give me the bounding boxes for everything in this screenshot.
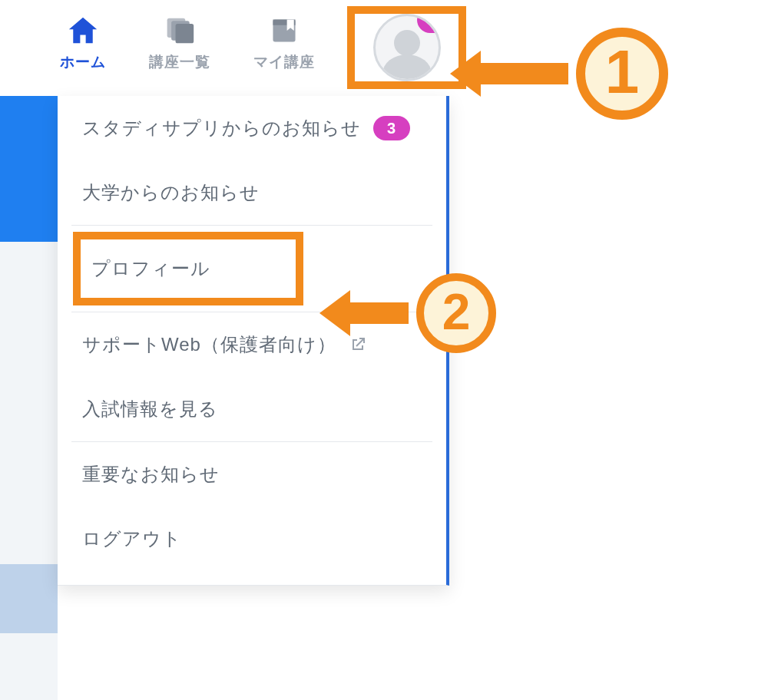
- menu-news-university[interactable]: 大学からのお知らせ: [58, 160, 446, 225]
- avatar[interactable]: 3: [373, 14, 441, 81]
- avatar-head: [394, 30, 420, 56]
- annotation-circle: 1: [576, 28, 668, 120]
- profile-highlight-box: プロフィール: [73, 232, 303, 305]
- annotation-2: 2: [346, 273, 496, 353]
- nav-mycourse[interactable]: マイ講座: [253, 15, 315, 72]
- menu-news-app-label: スタディサプリからのお知らせ: [82, 116, 361, 140]
- bg-strip: [0, 96, 58, 242]
- annotation-number: 1: [605, 41, 640, 103]
- menu-news-app-badge: 3: [373, 116, 410, 140]
- menu-important-label: 重要なお知らせ: [82, 462, 220, 487]
- nav-home[interactable]: ホーム: [60, 15, 106, 72]
- avatar-body: [382, 54, 432, 81]
- nav-courses-label: 講座一覧: [149, 52, 210, 72]
- menu-news-university-label: 大学からのお知らせ: [82, 180, 260, 205]
- nav-courses[interactable]: 講座一覧: [149, 15, 210, 72]
- menu-important[interactable]: 重要なお知らせ: [58, 442, 446, 507]
- bg-strip: [0, 633, 58, 700]
- menu-admissions-label: 入試情報を見る: [82, 397, 218, 421]
- bg-strip: [0, 564, 58, 633]
- menu-logout[interactable]: ログアウト: [58, 507, 446, 571]
- menu-support-web-label: サポートWeb（保護者向け）: [82, 332, 336, 357]
- annotation-number: 2: [442, 286, 471, 337]
- svg-rect-2: [176, 24, 194, 43]
- menu-logout-label: ログアウト: [82, 527, 182, 551]
- avatar-notification-badge: 3: [417, 14, 441, 33]
- home-icon: [66, 15, 100, 46]
- nav-mycourse-label: マイ講座: [253, 52, 315, 72]
- avatar-highlight-box: 3: [347, 6, 466, 89]
- arrow-left-icon: [476, 63, 568, 84]
- nav-home-label: ホーム: [60, 52, 106, 72]
- menu-admissions[interactable]: 入試情報を見る: [58, 377, 446, 441]
- annotation-circle: 2: [416, 273, 496, 353]
- menu-divider: [71, 225, 432, 226]
- menu-news-app[interactable]: スタディサプリからのお知らせ 3: [58, 96, 446, 160]
- annotation-1: 1: [476, 28, 668, 120]
- top-nav: ホーム 講座一覧 マイ講座: [60, 15, 315, 88]
- bg-strip: [0, 242, 58, 564]
- bg-strip: [0, 0, 58, 96]
- menu-profile-label: プロフィール: [91, 256, 210, 281]
- left-background: [0, 0, 58, 700]
- menu-profile[interactable]: プロフィール: [81, 239, 296, 298]
- bookmark-book-icon: [267, 15, 301, 46]
- arrow-left-icon: [346, 302, 409, 324]
- stack-icon: [163, 15, 197, 46]
